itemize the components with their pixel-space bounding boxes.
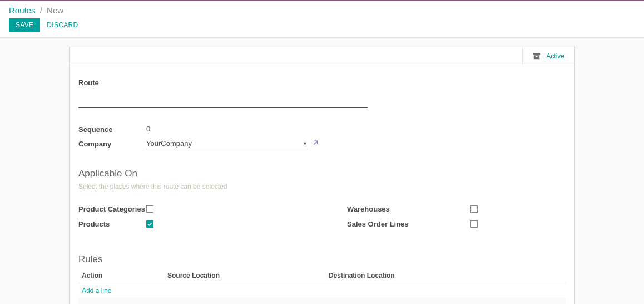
col-source: Source Location <box>167 272 329 280</box>
svg-rect-0 <box>533 53 540 55</box>
sequence-label: Sequence <box>78 125 146 134</box>
warehouses-row: Warehouses <box>347 205 566 213</box>
breadcrumb-current: New <box>47 6 63 15</box>
company-row: Company YourCompany ▼ <box>78 138 566 149</box>
company-select[interactable]: YourCompany ▼ <box>146 138 308 149</box>
sheet-stat-bar: Active <box>70 47 574 65</box>
col-destination: Destination Location <box>329 272 566 280</box>
sequence-value[interactable]: 0 <box>146 124 308 135</box>
archive-icon <box>533 52 541 60</box>
page-header: Routes / New SAVE DISCARD <box>0 1 644 38</box>
sheet-body: Route Sequence 0 Company YourCompany ▼ A… <box>70 65 574 304</box>
products-row: Products <box>78 220 297 228</box>
discard-button[interactable]: DISCARD <box>47 21 78 29</box>
breadcrumb: Routes / New <box>9 6 635 15</box>
active-toggle-button[interactable]: Active <box>522 47 574 65</box>
applicable-columns: Product Categories Products Ware <box>78 205 566 235</box>
products-checkbox[interactable] <box>146 220 153 228</box>
sales-order-lines-label: Sales Order Lines <box>347 220 470 228</box>
sales-order-lines-checkbox[interactable] <box>470 220 478 228</box>
applicable-on-hint: Select the places where this route can b… <box>78 183 566 190</box>
form-sheet: Active Route Sequence 0 Company YourComp… <box>69 47 575 304</box>
svg-rect-2 <box>536 56 538 57</box>
header-actions: SAVE DISCARD <box>9 18 635 32</box>
sales-order-lines-row: Sales Order Lines <box>347 220 566 228</box>
active-label: Active <box>546 52 564 60</box>
route-field-label: Route <box>78 79 566 87</box>
breadcrumb-sep: / <box>40 6 42 15</box>
products-label: Products <box>78 220 146 228</box>
company-label: Company <box>78 140 146 148</box>
col-action: Action <box>78 272 167 280</box>
rules-table-header: Action Source Location Destination Locat… <box>78 268 566 283</box>
product-categories-label: Product Categories <box>78 205 146 213</box>
product-categories-checkbox[interactable] <box>146 205 153 213</box>
rules-table-body <box>78 298 566 304</box>
applicable-col-left: Product Categories Products <box>78 205 297 235</box>
chevron-down-icon: ▼ <box>303 141 308 146</box>
company-value: YourCompany <box>146 139 192 148</box>
rules-title: Rules <box>78 254 566 265</box>
add-line-button[interactable]: Add a line <box>78 283 566 298</box>
sequence-row: Sequence 0 <box>78 124 566 135</box>
route-name-input[interactable] <box>78 91 368 108</box>
breadcrumb-root[interactable]: Routes <box>9 6 36 15</box>
warehouses-checkbox[interactable] <box>470 205 478 213</box>
save-button[interactable]: SAVE <box>9 18 40 32</box>
content-wrap: Active Route Sequence 0 Company YourComp… <box>0 38 644 304</box>
external-link-icon[interactable] <box>312 140 319 148</box>
rules-table: Action Source Location Destination Locat… <box>78 268 566 304</box>
applicable-on-title: Applicable On <box>78 168 566 179</box>
applicable-col-right: Warehouses Sales Order Lines <box>347 205 566 235</box>
warehouses-label: Warehouses <box>347 205 470 213</box>
product-categories-row: Product Categories <box>78 205 297 213</box>
svg-rect-1 <box>534 55 540 59</box>
